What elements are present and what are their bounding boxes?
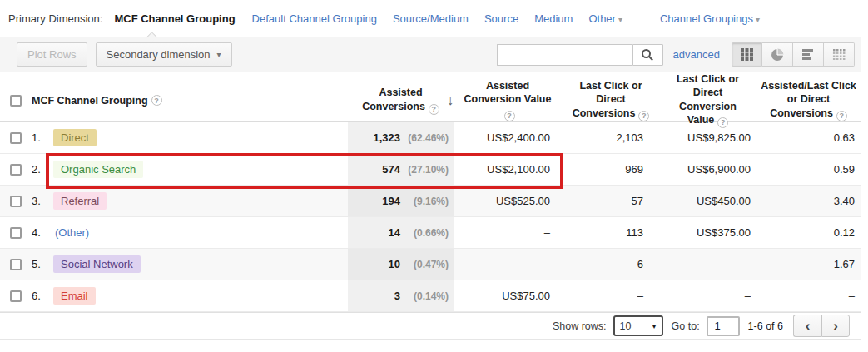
assisted-conversion-value: US$75.00 [454, 290, 562, 302]
column-label: Assisted Conversions? [353, 86, 449, 115]
row-checkbox[interactable] [10, 196, 22, 207]
assisted-conversions-value: 10 [389, 258, 400, 270]
mcf-assisted-conversions-report: Primary Dimension: MCF Channel Grouping … [0, 0, 868, 352]
table-header-row: MCF Channel Grouping? Assisted Conversio… [0, 72, 861, 122]
column-label: MCF Channel Grouping [32, 95, 148, 107]
report-toolbar: Plot Rows Secondary dimension▾ advanced [0, 37, 861, 72]
channel-badge-email: Email [53, 287, 96, 305]
table-footer: Show rows: 10 ▾ Go to: 1-6 of 6 ‹ › [0, 312, 861, 340]
assisted-conversions-percent: (62.46%) [400, 132, 449, 144]
table-view-icon [741, 48, 753, 61]
last-click-conversions: 6 [562, 258, 660, 270]
row-index: 1. [32, 131, 53, 144]
assisted-last-click-ratio: 0.59 [756, 163, 861, 176]
show-rows-select[interactable]: 10 ▾ [613, 315, 663, 336]
assisted-conversions-percent: (0.66%) [400, 227, 449, 239]
column-label: Assisted/Last Click or Direct Conversion… [761, 79, 856, 121]
secondary-dimension-button[interactable]: Secondary dimension▾ [96, 42, 232, 67]
percentage-view-icon [771, 48, 784, 62]
assisted-conversions-percent: (0.47%) [400, 259, 449, 270]
row-checkbox[interactable] [10, 290, 22, 302]
goto-label: Go to: [672, 320, 700, 332]
last-click-conversion-value: US$9,825.00 [660, 131, 756, 144]
search-icon [641, 48, 654, 62]
help-icon[interactable]: ? [836, 111, 847, 121]
pagination: ‹ › [793, 315, 850, 337]
last-click-conversions: 113 [562, 226, 660, 239]
tab-mcf-channel-grouping[interactable]: MCF Channel Grouping [114, 12, 235, 25]
column-header-mcf-channel-grouping[interactable]: MCF Channel Grouping? [32, 95, 348, 107]
show-rows-label: Show rows: [553, 320, 607, 332]
tab-medium[interactable]: Medium [534, 12, 573, 25]
last-click-conversion-value: – [660, 290, 756, 302]
assisted-conversion-value: US$2,400.00 [454, 131, 562, 144]
row-index: 5. [32, 258, 53, 270]
channel-groupings-label: Channel Groupings [660, 12, 753, 25]
row-checkbox[interactable] [10, 259, 22, 270]
column-header-last-click-conversions[interactable]: Last Click or Direct Conversions? [562, 72, 660, 128]
table-row: 4.(Other) 14(0.66%) – 113 US$375.00 0.12 [0, 217, 861, 249]
table-row: 6.Email 3(0.14%) US$75.00 – – – [0, 280, 861, 312]
column-label: Last Click or Direct Conversion Value? [665, 72, 751, 128]
prev-page-button[interactable]: ‹ [793, 315, 821, 337]
chevron-down-icon: ▾ [618, 15, 622, 24]
search-cluster: advanced [497, 42, 855, 67]
chevron-left-icon: ‹ [806, 318, 811, 335]
channel-badge-organic-search: Organic Search [53, 161, 143, 178]
primary-dimension-bar: Primary Dimension: MCF Channel Grouping … [0, 0, 868, 37]
row-index: 3. [32, 195, 53, 207]
column-header-last-click-conversion-value[interactable]: Last Click or Direct Conversion Value? [660, 72, 756, 128]
row-checkbox[interactable] [10, 132, 22, 144]
other-dropdown[interactable]: Other▾ [588, 12, 622, 25]
channel-badge-referral: Referral [53, 192, 107, 210]
plot-rows-button[interactable]: Plot Rows [17, 42, 87, 67]
column-header-assisted-last-click-ratio[interactable]: Assisted/Last Click or Direct Conversion… [756, 72, 861, 128]
tab-default-channel-grouping[interactable]: Default Channel Grouping [252, 12, 377, 25]
help-icon[interactable]: ? [717, 117, 728, 128]
primary-dimension-label: Primary Dimension: [8, 12, 102, 25]
last-click-conversions: 57 [562, 195, 660, 207]
performance-view-button[interactable] [793, 42, 824, 67]
search-button[interactable] [632, 44, 663, 66]
help-icon[interactable]: ? [638, 111, 649, 121]
sort-descending-icon: ↓ [447, 92, 454, 109]
table-row: 2.Organic Search 574(27.10%) US$2,100.00… [0, 154, 861, 186]
row-checkbox[interactable] [10, 164, 22, 176]
assisted-conversions-percent: (9.16%) [400, 196, 449, 207]
last-click-conversion-value: – [660, 258, 756, 270]
chevron-down-icon: ▾ [652, 321, 657, 330]
select-all-checkbox[interactable] [10, 95, 22, 107]
assisted-conversion-value: – [454, 226, 562, 239]
assisted-conversions-value: 1,323 [373, 131, 400, 144]
data-table: MCF Channel Grouping? Assisted Conversio… [0, 72, 861, 312]
assisted-last-click-ratio: 0.63 [756, 131, 861, 144]
column-header-assisted-conversion-value[interactable]: Assisted Conversion Value? [454, 72, 562, 128]
show-rows-value: 10 [620, 320, 632, 332]
assisted-conversions-value: 14 [389, 226, 400, 239]
table-view-button[interactable] [732, 42, 762, 67]
tab-source-medium[interactable]: Source/Medium [393, 12, 469, 25]
pivot-view-button[interactable] [824, 42, 855, 67]
column-label: Assisted Conversion Value? [459, 79, 557, 121]
performance-view-icon [802, 49, 815, 60]
last-click-conversions: 969 [562, 163, 660, 176]
assisted-last-click-ratio: 0.12 [756, 226, 861, 239]
advanced-search-link[interactable]: advanced [673, 48, 720, 61]
row-checkbox[interactable] [10, 227, 22, 239]
row-range-label: 1-6 of 6 [748, 320, 783, 332]
assisted-conversions-percent: (0.14%) [400, 290, 449, 302]
percentage-view-button[interactable] [762, 42, 793, 67]
chevron-right-icon: › [833, 318, 838, 335]
row-index: 6. [32, 290, 53, 302]
help-icon[interactable]: ? [429, 104, 439, 115]
next-page-button[interactable]: › [821, 315, 850, 337]
goto-page-input[interactable] [707, 316, 740, 336]
chevron-down-icon: ▾ [756, 15, 760, 24]
help-icon[interactable]: ? [151, 95, 162, 106]
search-input[interactable] [497, 44, 632, 66]
channel-groupings-dropdown[interactable]: Channel Groupings▾ [660, 12, 760, 25]
tab-source[interactable]: Source [484, 12, 518, 25]
view-toggle-group [732, 42, 855, 67]
help-icon[interactable]: ? [504, 111, 515, 121]
column-header-assisted-conversions[interactable]: Assisted Conversions?↓ [348, 72, 454, 128]
